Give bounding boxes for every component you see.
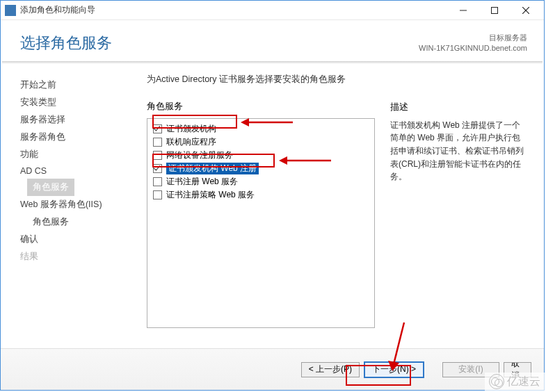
nav-server-roles[interactable]: 服务器角色 [20, 129, 133, 146]
checkbox-icon[interactable] [153, 151, 162, 160]
main-content: 开始之前 安装类型 服务器选择 服务器角色 功能 AD CS 角色服务 Web … [1, 64, 544, 328]
target-name: WIN-1K71GKINNUD.benet.com [419, 43, 527, 54]
role-label: 证书注册 Web 服务 [166, 176, 238, 188]
nav-adcs[interactable]: AD CS [20, 163, 133, 179]
role-online-responder[interactable]: 联机响应程序 [152, 136, 370, 149]
watermark-icon [489, 374, 504, 389]
close-button[interactable] [510, 1, 541, 19]
instruction-text: 为Active Directory 证书服务选择要安装的角色服务 [147, 74, 375, 85]
page-title: 选择角色服务 [20, 33, 112, 54]
nav-confirm[interactable]: 确认 [20, 231, 133, 248]
role-cert-enroll-policy-web[interactable]: 证书注册策略 Web 服务 [152, 188, 370, 202]
checkbox-icon[interactable] [153, 124, 162, 133]
svg-marker-9 [388, 361, 399, 371]
checkbox-icon[interactable] [153, 177, 162, 186]
svg-marker-5 [241, 118, 249, 126]
nav-before-begin[interactable]: 开始之前 [20, 76, 133, 94]
role-label: 证书注册策略 Web 服务 [166, 189, 255, 201]
svg-rect-1 [491, 7, 497, 13]
app-icon [5, 5, 16, 16]
annotation-arrow-3 [387, 319, 421, 375]
target-label: 目标服务器 [419, 33, 527, 43]
nav-sidebar: 开始之前 安装类型 服务器选择 服务器角色 功能 AD CS 角色服务 Web … [1, 64, 133, 328]
svg-line-8 [394, 322, 404, 364]
svg-marker-7 [279, 156, 287, 165]
nav-role-services-adcs[interactable]: 角色服务 [27, 179, 74, 196]
role-ca-web-enrollment[interactable]: 证书颁发机构 Web 注册 [152, 162, 370, 175]
nav-features[interactable]: 功能 [20, 146, 133, 163]
minimize-button[interactable] [447, 1, 479, 19]
target-info: 目标服务器 WIN-1K71GKINNUD.benet.com [419, 33, 527, 54]
content-area: 为Active Directory 证书服务选择要安装的角色服务 角色服务 证书… [133, 64, 544, 328]
footer: < 上一步(P) 下一步(N) > 安装(I) 取消 [1, 348, 544, 390]
role-label: 网络设备注册服务 [166, 149, 233, 161]
role-label: 证书颁发机构 Web 注册 [166, 163, 259, 174]
prev-button[interactable]: < 上一步(P) [301, 362, 360, 377]
annotation-arrow-2 [279, 154, 335, 168]
watermark: 亿速云 [485, 373, 545, 391]
maximize-button[interactable] [479, 1, 510, 19]
roles-column: 为Active Directory 证书服务选择要安装的角色服务 角色服务 证书… [147, 74, 375, 328]
watermark-text: 亿速云 [507, 375, 540, 389]
description-text: 证书颁发机构 Web 注册提供了一个简单的 Web 界面，允许用户执行包括申请和… [390, 119, 529, 183]
titlebar: 添加角色和功能向导 [1, 1, 544, 20]
annotation-arrow-1 [241, 115, 296, 129]
role-label: 联机响应程序 [166, 136, 216, 148]
checkbox-icon[interactable] [153, 138, 162, 147]
nav-install-type[interactable]: 安装类型 [20, 94, 133, 111]
checkbox-icon[interactable] [153, 190, 162, 199]
nav-role-services-iis[interactable]: 角色服务 [20, 213, 133, 231]
roles-listbox: 证书颁发机构 联机响应程序 网络设备注册服务 证书颁发机构 Web 注 [147, 118, 375, 328]
role-ndes[interactable]: 网络设备注册服务 [152, 149, 370, 162]
checkbox-icon[interactable] [153, 164, 162, 173]
window-title: 添加角色和功能向导 [20, 4, 447, 16]
nav-results: 结果 [20, 248, 133, 266]
roles-label: 角色服务 [147, 101, 375, 113]
role-cert-enroll-web[interactable]: 证书注册 Web 服务 [152, 175, 370, 188]
nav-server-selection[interactable]: 服务器选择 [20, 111, 133, 129]
wizard-window: 添加角色和功能向导 选择角色服务 目标服务器 WIN-1K71GKINNUD.b… [0, 0, 545, 391]
role-label: 证书颁发机构 [166, 123, 216, 135]
window-body: 选择角色服务 目标服务器 WIN-1K71GKINNUD.benet.com 开… [1, 20, 544, 390]
nav-webserver-iis[interactable]: Web 服务器角色(IIS) [20, 196, 133, 213]
window-controls [447, 1, 541, 19]
desc-label: 描述 [390, 101, 529, 113]
header-area: 选择角色服务 目标服务器 WIN-1K71GKINNUD.benet.com [1, 20, 544, 61]
description-column: 描述 证书颁发机构 Web 注册提供了一个简单的 Web 界面，允许用户执行包括… [375, 74, 537, 328]
